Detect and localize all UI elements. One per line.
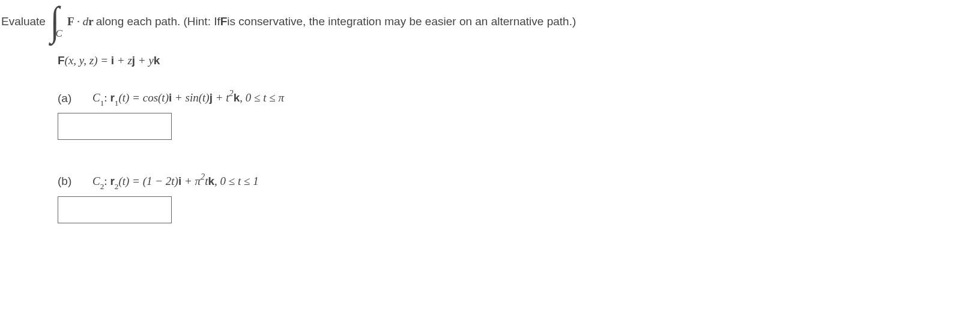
F-function: F bbox=[58, 54, 65, 67]
answer-input-b[interactable] bbox=[58, 196, 172, 223]
hint-text-1: along each path. (Hint: If bbox=[96, 14, 220, 30]
answer-box-b bbox=[58, 196, 980, 223]
F-args: (x, y, z) = bbox=[65, 54, 111, 67]
vector-field-definition: F(x, y, z) = i + zj + yk bbox=[58, 53, 980, 69]
answer-input-a[interactable] bbox=[58, 113, 172, 140]
part-a: (a) C1: r1(t) = cos(t)i + sin(t)j + t2k,… bbox=[58, 89, 980, 108]
part-b-expression: C2: r2(t) = (1 − 2t)i + π2tk, 0 ≤ t ≤ 1 bbox=[92, 172, 259, 192]
integral-subscript: C bbox=[56, 26, 62, 41]
r-vector: r bbox=[88, 15, 93, 28]
evaluate-text: Evaluate bbox=[1, 14, 46, 30]
answer-box-a bbox=[58, 113, 980, 140]
F-vector: F bbox=[67, 15, 74, 28]
integrand: F · dr bbox=[67, 14, 94, 30]
unit-k: k bbox=[154, 54, 160, 67]
part-b: (b) C2: r2(t) = (1 − 2t)i + π2tk, 0 ≤ t … bbox=[58, 172, 980, 192]
d-differential: d bbox=[83, 15, 89, 28]
hint-text-2: is conservative, the integration may be … bbox=[227, 14, 576, 30]
part-a-label: (a) bbox=[58, 91, 76, 107]
part-a-expression: C1: r1(t) = cos(t)i + sin(t)j + t2k, 0 ≤… bbox=[92, 89, 284, 108]
part-b-label: (b) bbox=[58, 174, 76, 190]
problem-intro: Evaluate ∫ C F · dr along each path. (Hi… bbox=[1, 7, 980, 36]
integral-symbol-wrap: ∫ C bbox=[49, 7, 67, 36]
F-vector-2: F bbox=[220, 14, 228, 30]
